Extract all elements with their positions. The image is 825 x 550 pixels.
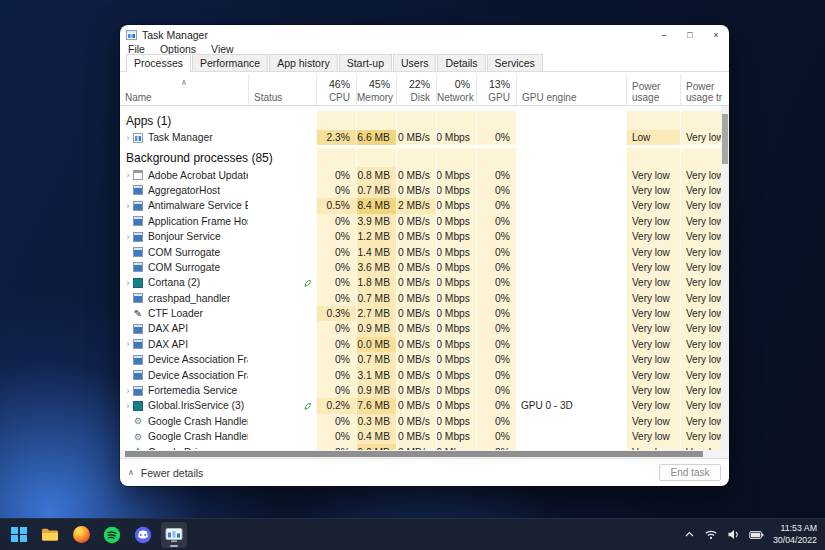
column-header-cpu[interactable]: 46%CPU xyxy=(316,75,356,105)
taskbar-discord-icon[interactable] xyxy=(130,522,156,548)
expand-chevron-icon[interactable]: › xyxy=(123,339,133,349)
expand-chevron-icon[interactable]: › xyxy=(123,386,133,396)
horizontal-scrollbar[interactable] xyxy=(120,450,729,458)
cell-network: 0 Mbps xyxy=(436,321,476,336)
cell-cpu: 0% xyxy=(316,167,356,182)
taskbar-start-icon[interactable] xyxy=(6,522,32,548)
process-row[interactable]: ›Bonjour Service0%1.2 MB0 MB/s0 Mbps0%Ve… xyxy=(120,229,729,244)
process-row[interactable]: ›Task Manager2.3%36.6 MB0 MB/s0 Mbps0%Lo… xyxy=(120,130,729,145)
process-list: Apps (1)›Task Manager2.3%36.6 MB0 MB/s0 … xyxy=(120,111,729,450)
cell-gpu-engine xyxy=(516,167,626,182)
cell-cpu: 0% xyxy=(316,367,356,382)
process-row[interactable]: ›Global.IrisService (3)0.2%17.6 MB0 MB/s… xyxy=(120,398,729,413)
column-header-gpu_engine[interactable]: GPU engine xyxy=(516,75,626,105)
cell-gpu: 0% xyxy=(476,321,516,336)
tab-app-history[interactable]: App history xyxy=(269,54,338,71)
title-bar[interactable]: Task Manager – □ × xyxy=(120,25,729,42)
expand-chevron-icon[interactable]: › xyxy=(123,401,133,411)
taskbar-file-explorer-icon[interactable] xyxy=(37,522,63,548)
app-window-icon xyxy=(133,386,143,396)
process-name: Google Crash Handler (32 bit) xyxy=(148,431,248,442)
battery-icon[interactable] xyxy=(749,530,764,540)
menu-options[interactable]: Options xyxy=(160,43,196,55)
group-header[interactable]: Apps (1) xyxy=(120,111,729,130)
column-header-name[interactable]: ∧Name xyxy=(120,75,248,105)
process-row[interactable]: AggregatorHost0%0.7 MB0 MB/s0 Mbps0%Very… xyxy=(120,183,729,198)
expand-chevron-icon[interactable]: › xyxy=(123,201,133,211)
expand-chevron-icon[interactable]: › xyxy=(123,278,133,288)
column-header-status[interactable]: Status xyxy=(248,75,316,105)
taskbar-clock[interactable]: 11:53 AM 30/04/2022 xyxy=(773,523,817,546)
process-row[interactable]: ›Cortana (2)0%1.8 MB0 MB/s0 Mbps0%Very l… xyxy=(120,275,729,290)
wifi-icon[interactable] xyxy=(704,529,718,540)
cell-disk: 0 MB/s xyxy=(396,214,436,229)
tab-services[interactable]: Services xyxy=(487,54,543,71)
process-row[interactable]: ›Antimalware Service Executable0.5%168.4… xyxy=(120,198,729,213)
cell-disk: 0 MB/s xyxy=(396,383,436,398)
taskbar-firefox-icon[interactable] xyxy=(68,522,94,548)
column-header-power_trend[interactable]: Power usage tr xyxy=(680,75,729,105)
cell-network: 0 Mbps xyxy=(436,306,476,321)
process-row[interactable]: Application Frame Host0%3.9 MB0 MB/s0 Mb… xyxy=(120,214,729,229)
process-name: CTF Loader xyxy=(148,308,203,319)
menu-file[interactable]: File xyxy=(128,43,145,55)
process-row[interactable]: ⚙Google Crash Handler (32 bit)0%0.4 MB0 … xyxy=(120,429,729,444)
process-row[interactable]: COM Surrogate0%3.6 MB0 MB/s0 Mbps0%Very … xyxy=(120,260,729,275)
cell-name: AggregatorHost xyxy=(120,183,248,198)
column-header-memory[interactable]: 45%Memory xyxy=(356,75,396,105)
process-row[interactable]: COM Surrogate0%1.4 MB0 MB/s0 Mbps0%Very … xyxy=(120,244,729,259)
cell-gpu-engine xyxy=(516,414,626,429)
cell-status xyxy=(248,130,316,145)
horizontal-scrollbar-thumb[interactable] xyxy=(125,451,703,457)
expand-chevron-icon[interactable]: › xyxy=(123,133,133,143)
group-header[interactable]: Background processes (85) xyxy=(120,148,729,167)
process-row[interactable]: Device Association Framework ...0%0.7 MB… xyxy=(120,352,729,367)
tray-chevron-up-icon[interactable] xyxy=(684,530,695,539)
cell-gpu-engine xyxy=(516,183,626,198)
leaf-icon xyxy=(303,397,312,415)
process-row[interactable]: crashpad_handler0%0.7 MB0 MB/s0 Mbps0%Ve… xyxy=(120,291,729,306)
cell-name: ›Bonjour Service xyxy=(120,229,248,244)
cell-disk: 0 MB/s xyxy=(396,429,436,444)
expand-chevron-icon[interactable]: › xyxy=(123,232,133,242)
app-window-icon xyxy=(133,216,143,226)
cell-cpu: 0% xyxy=(316,183,356,198)
maximize-button[interactable]: □ xyxy=(677,27,703,42)
cell-cpu: 0% xyxy=(316,244,356,259)
process-row[interactable]: ›DAX API0%10.0 MB0 MB/s0 Mbps0%Very lowV… xyxy=(120,337,729,352)
cell-gpu-engine xyxy=(516,321,626,336)
cell-gpu: 0% xyxy=(476,352,516,367)
vertical-scrollbar[interactable] xyxy=(721,106,729,450)
cell-memory: 168.4 MB xyxy=(356,198,396,213)
column-header-network[interactable]: 0%Network xyxy=(436,75,476,105)
speaker-icon[interactable] xyxy=(727,529,740,540)
column-header-power[interactable]: Power usage xyxy=(626,75,680,105)
app-window-icon xyxy=(133,293,143,303)
vertical-scrollbar-thumb[interactable] xyxy=(722,114,728,164)
fewer-details-toggle[interactable]: ∧ Fewer details xyxy=(128,467,203,479)
column-header-gpu[interactable]: 13%GPU xyxy=(476,75,516,105)
process-row[interactable]: Device Association Framework ...0%3.1 MB… xyxy=(120,367,729,382)
tab-users[interactable]: Users xyxy=(393,54,436,71)
process-row[interactable]: ›Fortemedia Service0%0.9 MB0 MB/s0 Mbps0… xyxy=(120,383,729,398)
minimize-button[interactable]: – xyxy=(651,27,677,42)
process-row[interactable]: ›Adobe Acrobat Update Service (...0%0.8 … xyxy=(120,167,729,182)
column-header-disk[interactable]: 22%Disk xyxy=(396,75,436,105)
tab-processes[interactable]: Processes xyxy=(126,54,191,72)
taskbar-spotify-icon[interactable] xyxy=(99,522,125,548)
cell-memory: 0.9 MB xyxy=(356,383,396,398)
taskbar-task-manager-icon[interactable] xyxy=(161,522,187,548)
cell-network: 0 Mbps xyxy=(436,352,476,367)
cell-gpu: 0% xyxy=(476,244,516,259)
process-row[interactable]: ⚙Google Crash Handler0%0.3 MB0 MB/s0 Mbp… xyxy=(120,414,729,429)
close-button[interactable]: × xyxy=(703,27,729,42)
process-row[interactable]: DAX API0%0.9 MB0 MB/s0 Mbps0%Very lowVer… xyxy=(120,321,729,336)
expand-chevron-icon[interactable]: › xyxy=(123,170,133,180)
tab-performance[interactable]: Performance xyxy=(192,54,268,71)
tab-start-up[interactable]: Start-up xyxy=(339,54,392,71)
cell-gpu: 0% xyxy=(476,214,516,229)
tab-details[interactable]: Details xyxy=(437,54,485,71)
menu-view[interactable]: View xyxy=(211,43,234,55)
process-row[interactable]: ✎CTF Loader0.3%2.7 MB0 MB/s0 Mbps0%Very … xyxy=(120,306,729,321)
end-task-button[interactable]: End task xyxy=(659,464,721,481)
